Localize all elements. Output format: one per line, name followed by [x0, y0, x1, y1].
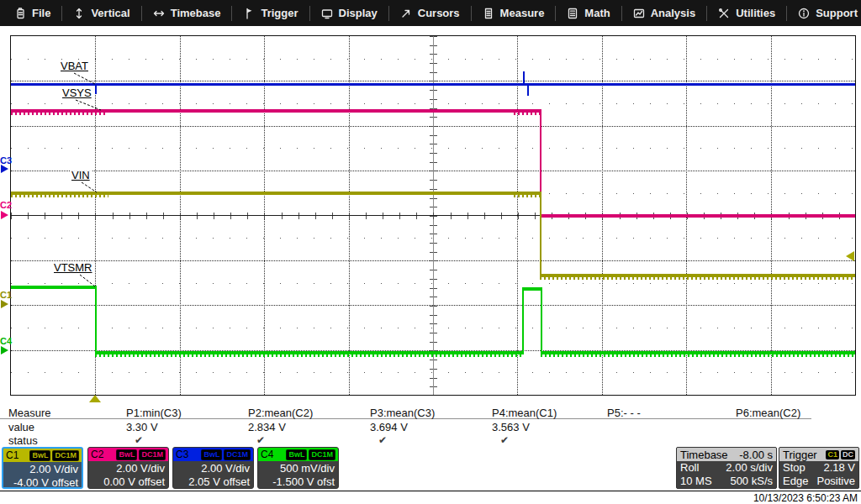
timebase-box[interactable]: Timebase -8.00 s Roll 2.00 s/div 10 MS 5…: [676, 447, 777, 489]
menu-item-utilities[interactable]: Utilities: [707, 0, 786, 26]
trigger-time-marker[interactable]: [89, 395, 101, 402]
waveform-trace-segment: [522, 287, 524, 353]
dc1m-badge: DC1M: [309, 449, 335, 460]
channel-box-c2[interactable]: C2BwLDC1M2.00 V/div0.00 V offset: [87, 447, 169, 489]
waveform-trace-segment: [522, 287, 542, 291]
measure-param-header[interactable]: P3:mean(C3): [370, 407, 435, 419]
channel-id: C3: [176, 449, 188, 460]
timebase-samplerate: 500 kS/s: [730, 475, 773, 488]
channel-scale: 2.00 V/div: [173, 462, 250, 475]
waveform-trace-segment: [11, 195, 108, 197]
channel-marker-arrow[interactable]: [1, 211, 8, 219]
channel-scale: 500 mV/div: [258, 462, 335, 475]
menu-item-vertical[interactable]: Vertical: [62, 0, 140, 26]
channel-marker-arrow[interactable]: [1, 346, 8, 354]
trigger-source-badge: C1: [826, 450, 839, 459]
menu-item-analysis[interactable]: Analysis: [622, 0, 706, 26]
timebase-title: Timebase: [680, 449, 728, 461]
channel-offset: -1.500 V ofst: [258, 475, 335, 489]
menu-item-label: File: [32, 7, 50, 19]
bwl-badge: BwL: [116, 449, 137, 460]
channel-scale: 2.00 V/div: [88, 462, 165, 475]
value-row-label: value: [8, 421, 34, 433]
trace-label-vsys: VSYS: [61, 87, 93, 99]
measure-param-value: 3.694 V: [370, 421, 408, 433]
menu-item-label: Display: [339, 7, 378, 19]
trace-label-vbat: VBAT: [59, 60, 90, 72]
measure-param-value: 3.30 V: [126, 421, 158, 433]
channel-marker-c1[interactable]: C1: [0, 291, 12, 300]
trigger-type: Edge: [783, 475, 808, 488]
menu-item-file[interactable]: File: [3, 0, 61, 26]
menu-item-trigger[interactable]: Trigger: [232, 0, 309, 26]
waveform-trace-segment: [540, 214, 855, 218]
measure-status-check-icon: ✔: [256, 434, 265, 446]
channel-id: C1: [6, 449, 18, 461]
dc1m-badge: DC1M: [52, 450, 79, 461]
menu-item-display[interactable]: Display: [310, 0, 388, 26]
waveform-trace-segment: [95, 86, 97, 94]
channel-offset: 0.00 V offset: [88, 475, 165, 489]
waveform-trace-segment: [541, 287, 542, 353]
timebase-delay-value: -8.00 s: [739, 449, 773, 461]
trace-label-vin: VIN: [70, 170, 92, 181]
waveform-trace-segment: [541, 354, 855, 357]
channel-settings: 500 mV/div-1.500 V ofst: [258, 461, 338, 489]
measure-param-header[interactable]: P4:mean(C1): [492, 407, 557, 419]
waveform-trace-segment: [11, 83, 855, 86]
channel-marker-c4[interactable]: C4: [0, 337, 12, 346]
channel-scale: 2.00 V/div: [3, 463, 78, 476]
channel-id: C2: [91, 449, 103, 460]
menu-item-label: Support: [816, 7, 858, 19]
channel-marker-arrow[interactable]: [1, 300, 8, 308]
measure-status-check-icon: ✔: [135, 434, 143, 446]
measure-param-value: 3.563 V: [492, 421, 530, 433]
measure-param-header[interactable]: P1:min(C3): [126, 407, 182, 419]
menu-item-timebase[interactable]: Timebase: [142, 0, 232, 26]
menu-item-support[interactable]: Support: [787, 0, 861, 26]
menu-item-cursors[interactable]: Cursors: [389, 0, 471, 26]
horizontal-arrows-icon: [153, 8, 165, 19]
trigger-title: Trigger: [783, 449, 817, 461]
waveform-grid: [10, 35, 856, 396]
timestamp: 10/13/2023 6:50:23 AM: [753, 492, 858, 504]
channel-settings: 2.00 V/div-4.00 V offset: [3, 462, 82, 489]
cursor-arrow-icon: [400, 8, 412, 19]
measure-param-header[interactable]: P5:- - -: [607, 407, 641, 419]
channel-header: C1BwLDC1M: [3, 449, 82, 462]
trigger-badges: C1DC: [826, 450, 855, 459]
bwl-badge: BwL: [201, 449, 222, 460]
menu-item-measure[interactable]: Measure: [472, 0, 556, 26]
menu-item-label: Vertical: [91, 7, 129, 19]
channel-header: C3BwLDC1M: [173, 448, 253, 461]
waveform-trace-segment: [527, 86, 529, 96]
calculator-icon: [567, 8, 578, 19]
menu-item-label: Trigger: [261, 7, 298, 19]
analysis-chart-icon: [633, 8, 645, 19]
measure-table: Measure value status P1:min(C3)3.30 V✔P2…: [0, 403, 861, 447]
channel-box-c3[interactable]: C3BwLDC1M2.00 V/div2.05 V offset: [172, 447, 254, 489]
measure-icon: [483, 8, 494, 19]
oscilloscope-screen: FileVerticalTimebaseTriggerDisplayCursor…: [0, 0, 861, 504]
trigger-flag-icon: [243, 8, 255, 19]
channel-marker-arrow[interactable]: [1, 165, 8, 173]
channel-box-c4[interactable]: C4BwLDC1M500 mV/div-1.500 V ofst: [257, 447, 339, 489]
menu-item-label: Measure: [500, 7, 545, 19]
bwl-badge: BwL: [286, 449, 307, 460]
measure-param-header[interactable]: P6:mean(C2): [736, 407, 800, 419]
menu-item-label: Timebase: [171, 7, 221, 19]
measure-param-header[interactable]: P2:mean(C2): [248, 407, 313, 419]
channel-box-c1[interactable]: C1BwLDC1M2.00 V/div-4.00 V offset: [2, 447, 83, 489]
trigger-level-marker[interactable]: [846, 251, 854, 261]
waveform-trace-segment: [540, 192, 541, 277]
channel-settings: 2.00 V/div2.05 V offset: [173, 461, 253, 489]
menu-item-label: Cursors: [418, 7, 460, 19]
trigger-box[interactable]: Trigger C1DC Stop 2.18 V Edge Positive: [779, 447, 859, 489]
menu-item-label: Analysis: [651, 7, 695, 19]
status-bar-divider: [0, 491, 861, 491]
waveform-trace-segment: [11, 286, 97, 289]
menu-item-math[interactable]: Math: [556, 0, 621, 26]
channel-marker-c2[interactable]: C2: [0, 201, 12, 210]
trigger-level: 2.18 V: [823, 461, 855, 475]
measure-param-value: 2.834 V: [248, 421, 286, 433]
